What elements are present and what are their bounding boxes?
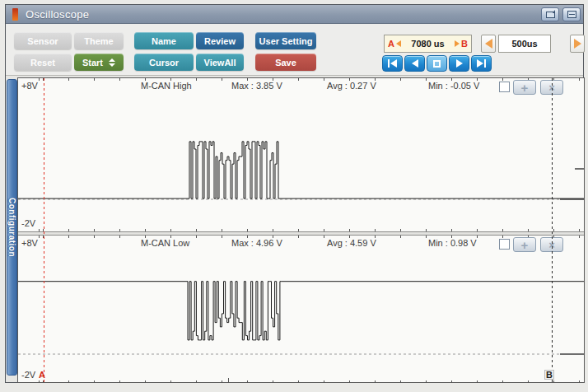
playback-step-back-button[interactable] — [404, 55, 425, 72]
channel-1-name: M-CAN High — [141, 81, 192, 91]
channel-1-bottom-ticks — [18, 229, 584, 231]
range-b-arrow-icon — [455, 40, 460, 47]
ab-range-value: 7080 us — [401, 39, 455, 49]
ab-range-display[interactable]: A 7080 us B — [384, 35, 472, 53]
review-button[interactable]: Review — [196, 32, 244, 49]
window-title: Oscilloscope — [26, 8, 89, 21]
channel-1-mcan-high[interactable]: +8V M-CAN High Max : 3.85 V Avg : 0.27 V… — [18, 78, 584, 231]
cursor-b-line[interactable] — [552, 78, 553, 382]
window-menu-button[interactable] — [562, 7, 581, 21]
restore-window-button[interactable] — [541, 7, 559, 21]
channel-1-checkbox[interactable] — [499, 82, 510, 92]
cursor-a-range-label: A — [388, 39, 394, 49]
timebase-decrease-button[interactable] — [481, 35, 496, 53]
channel-1-min-value: Min : -0.05 V — [428, 81, 479, 91]
start-spinner-icon — [109, 58, 115, 67]
channel-2-checkbox[interactable] — [499, 239, 510, 250]
user-setting-button[interactable]: User Setting — [255, 32, 316, 49]
channel-1-add-button[interactable]: + — [513, 80, 536, 95]
oscilloscope-window: Oscilloscope Sensor Theme Name Review Us… — [5, 4, 584, 383]
channel-2-waveform — [18, 236, 584, 383]
channel-2-avg-value: Avg : 4.59 V — [327, 238, 376, 248]
channel-2-min-value: Min : 0.98 V — [428, 238, 477, 248]
cursor-b-label: B — [544, 370, 554, 380]
reset-button[interactable]: Reset — [14, 54, 72, 71]
channel-1-max-value: Max : 3.85 V — [231, 81, 282, 91]
playback-skip-end-button[interactable] — [471, 55, 492, 72]
channel-1-avg-value: Avg : 0.27 V — [327, 81, 376, 91]
app-icon — [12, 8, 18, 21]
name-button[interactable]: Name — [134, 32, 194, 49]
channel-2-mcan-low[interactable]: +8V M-CAN Low Max : 4.96 V Avg : 4.59 V … — [18, 236, 584, 383]
channel-2-add-button[interactable]: + — [513, 237, 536, 252]
timebase-field[interactable] — [498, 35, 551, 53]
playback-controls — [382, 55, 492, 72]
skip-end-icon — [477, 59, 483, 68]
cursor-a-line[interactable] — [44, 78, 44, 382]
channel-1-waveform — [18, 78, 584, 231]
channel-2-top-scale-label: +8V — [21, 238, 38, 248]
viewall-button[interactable]: ViewAll — [196, 54, 244, 71]
start-button-label: Start — [82, 58, 103, 68]
restore-window-icon — [546, 12, 555, 18]
configuration-tab-label: Configuration — [7, 198, 16, 257]
playback-skip-start-button[interactable] — [382, 55, 403, 72]
sensor-button[interactable]: Sensor — [14, 32, 72, 49]
playback-play-button[interactable] — [449, 55, 469, 72]
window-menu-icon — [567, 11, 576, 18]
title-bar[interactable]: Oscilloscope — [6, 5, 583, 24]
main-area: Configuration +8V M-CAN High Max : 3.85 … — [6, 75, 583, 382]
cursor-a-label: A — [39, 370, 45, 380]
channel-2-max-value: Max : 4.96 V — [231, 238, 282, 248]
right-arrow-icon — [574, 39, 581, 49]
configuration-tab[interactable]: Configuration — [7, 79, 17, 376]
play-icon — [456, 59, 463, 68]
skip-start-icon — [388, 59, 390, 68]
save-button[interactable]: Save — [255, 54, 316, 71]
step-back-icon — [412, 59, 418, 68]
channel-1-bottom-scale-label: -2V — [21, 218, 35, 228]
channel-2-center-tick — [228, 378, 229, 383]
channel-2-bottom-scale-label: -2V — [21, 370, 35, 380]
toolbar: Sensor Theme Name Review User Setting Re… — [6, 24, 583, 75]
theme-button[interactable]: Theme — [74, 32, 124, 49]
scope-plot-area[interactable]: +8V M-CAN High Max : 3.85 V Avg : 0.27 V… — [17, 77, 585, 383]
cursor-b-range-label: B — [461, 39, 468, 49]
start-button[interactable]: Start — [74, 54, 124, 71]
playback-stop-button[interactable] — [427, 55, 447, 72]
left-arrow-icon — [485, 39, 492, 49]
channel-2-name: M-CAN Low — [141, 238, 189, 248]
channel-1-top-scale-label: +8V — [21, 81, 38, 91]
cursor-button[interactable]: Cursor — [134, 54, 194, 71]
channel-2-bottom-ticks — [18, 380, 584, 383]
stop-icon — [433, 60, 441, 68]
timebase-increase-button[interactable] — [570, 35, 585, 53]
